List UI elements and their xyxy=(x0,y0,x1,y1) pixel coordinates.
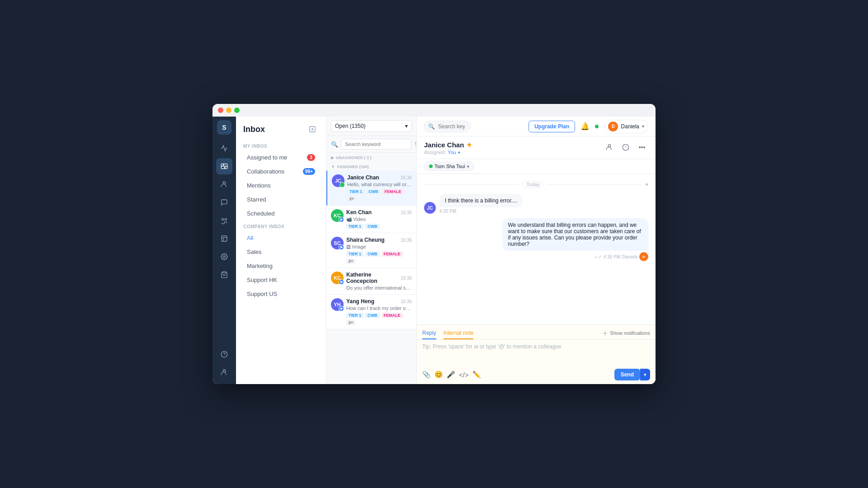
conversation-list: Open (1350) ▾ 🔍 ⇅ ☰ ▶ UNASSIGNED ( 3 ) xyxy=(326,117,417,384)
user-avatar: D xyxy=(608,122,618,131)
sidebar-item-sales[interactable]: Sales xyxy=(240,245,322,258)
conv-search-icon: 🔍 xyxy=(331,141,338,148)
sidebar-item-collaborations[interactable]: Collaborations 99+ xyxy=(240,165,322,178)
send-dropdown-button[interactable]: ▾ xyxy=(640,369,650,380)
date-chevron[interactable]: ▾ xyxy=(646,182,648,188)
conv-item-katherine[interactable]: KC ▶ Katherine Concepcion 16:36 Do you o… xyxy=(326,268,416,295)
send-button-group: Send ▾ xyxy=(614,369,650,380)
conv-search-input[interactable] xyxy=(341,139,411,150)
reply-toolbar: 📎 😊 🎤 </> ✏️ Send ▾ xyxy=(417,367,656,384)
yang-avatar: YH ▶ xyxy=(331,298,344,311)
show-notifications-button[interactable]: Show notifications xyxy=(602,330,650,336)
incoming-avatar: JC xyxy=(424,202,436,214)
sidebar-item-starred[interactable]: Starred xyxy=(240,193,322,206)
my-inbox-label: MY INBOX xyxy=(236,140,326,150)
svg-point-1 xyxy=(223,182,225,184)
more-options-icon[interactable]: ••• xyxy=(636,141,648,154)
janice-avatar: JC xyxy=(332,174,344,187)
send-button[interactable]: Send xyxy=(614,369,640,380)
maximize-dot[interactable] xyxy=(234,108,240,113)
chat-header: Janice Chan ★ Assigned: You ▾ xyxy=(417,136,656,159)
sidebar-title: Inbox xyxy=(243,125,265,134)
sender-name: Daniela xyxy=(622,254,637,259)
reports-icon[interactable] xyxy=(216,230,232,247)
conversation-items: ▶ UNASSIGNED ( 3 ) ▼ ASSIGNED (100) JC xyxy=(326,153,416,384)
rail-bottom xyxy=(216,346,232,380)
yang-channel-badge: ▶ xyxy=(339,306,344,311)
channel-tag[interactable]: Tsim Sha Tsui ▾ xyxy=(424,162,474,171)
info-icon[interactable] xyxy=(619,141,632,154)
conv-item-janice[interactable]: JC Janice Chan 16:36 Hello, what currenc… xyxy=(326,171,416,206)
icon-rail: S xyxy=(212,117,236,384)
assigned-to: You xyxy=(448,150,456,155)
contacts-icon[interactable] xyxy=(216,176,232,192)
code-icon[interactable]: </> xyxy=(459,371,469,379)
inbox-icon[interactable] xyxy=(216,158,232,174)
title-bar xyxy=(212,104,656,117)
katherine-avatar: KC ▶ xyxy=(331,272,344,284)
conv-item-ken[interactable]: KC ▶ Ken Chan 16:36 📹 Video xyxy=(326,206,416,233)
conv-item-shaira[interactable]: SC ▶ Shaira Cheung 16:36 🖼 Image xyxy=(326,233,416,268)
attachment-icon[interactable]: 📎 xyxy=(422,371,431,379)
conv-search-bar: 🔍 ⇅ ☰ xyxy=(326,136,416,153)
sidebar-item-support-us[interactable]: Support US xyxy=(240,287,322,300)
app-logo: S xyxy=(217,120,231,135)
shop-icon[interactable] xyxy=(216,267,232,283)
search-icon: 🔍 xyxy=(428,123,435,130)
sidebar-item-assigned[interactable]: Assigned to me 3 xyxy=(240,151,322,164)
shaira-channel-badge: ▶ xyxy=(339,244,344,250)
assigned-group-header[interactable]: ▼ ASSIGNED (100) xyxy=(326,162,416,171)
sidebar-item-scheduled[interactable]: Scheduled xyxy=(240,207,322,220)
contact-name: Janice Chan xyxy=(424,141,464,149)
contact-info-icon[interactable] xyxy=(603,141,616,154)
minimize-dot[interactable] xyxy=(226,108,231,113)
app-body: S xyxy=(212,117,656,384)
ken-avatar: KC ▶ xyxy=(331,209,344,222)
channel-bar: Tsim Sha Tsui ▾ xyxy=(417,159,656,174)
sidebar-item-mentions[interactable]: Mentions xyxy=(240,179,322,192)
notifications-icon[interactable]: 🔔 xyxy=(580,122,590,131)
svg-point-19 xyxy=(605,333,606,333)
reply-tab[interactable]: Reply xyxy=(422,328,436,339)
sidebar-item-marketing[interactable]: Marketing xyxy=(240,259,322,272)
settings-icon[interactable] xyxy=(216,249,232,265)
emoji-icon[interactable]: 😊 xyxy=(434,371,443,379)
svg-point-7 xyxy=(223,256,225,258)
user-profile-icon[interactable] xyxy=(216,364,232,380)
star-icon[interactable]: ★ xyxy=(467,141,472,148)
app-window: S xyxy=(212,104,656,384)
chat-area: 🔍 Upgrade Plan 🔔 D Daniela ▾ Janice Chan xyxy=(417,117,656,384)
unassigned-group-header[interactable]: ▶ UNASSIGNED ( 3 ) xyxy=(326,153,416,162)
global-search: 🔍 xyxy=(424,121,471,132)
janice-online-badge xyxy=(340,182,345,188)
shaira-avatar: SC ▶ xyxy=(331,237,344,249)
online-status-dot xyxy=(595,125,599,128)
help-icon[interactable] xyxy=(216,346,232,362)
user-menu[interactable]: D Daniela ▾ xyxy=(604,120,648,133)
chat-icon[interactable] xyxy=(216,194,232,211)
audio-icon[interactable]: 🎤 xyxy=(447,371,455,379)
messages-area: Today ▾ JC I think there is a billing er… xyxy=(417,174,656,324)
upgrade-plan-button[interactable]: Upgrade Plan xyxy=(528,121,575,132)
team-icon[interactable] xyxy=(216,212,232,229)
activity-icon[interactable] xyxy=(216,140,232,156)
reply-input[interactable]: Tip: Press 'space' for ai or type '@' to… xyxy=(417,340,656,367)
conv-item-yang[interactable]: YH ▶ Yang Heng 16:36 How can I track my … xyxy=(326,295,416,329)
company-inbox-label: COMPANY INBOX xyxy=(236,221,326,231)
svg-point-11 xyxy=(223,370,225,372)
open-filter-select[interactable]: Open (1350) ▾ xyxy=(331,120,412,132)
date-divider: Today ▾ xyxy=(424,181,648,188)
compose-icon[interactable] xyxy=(306,123,319,136)
svg-point-2 xyxy=(225,218,226,220)
sidebar-item-support-hk[interactable]: Support HK xyxy=(240,273,322,286)
message-outgoing-1: We understand that billing errors can ha… xyxy=(503,218,648,261)
svg-rect-4 xyxy=(222,236,227,241)
chat-header-actions: ••• xyxy=(603,141,648,154)
signature-icon[interactable]: ✏️ xyxy=(472,371,481,379)
sidebar-header: Inbox xyxy=(236,117,326,140)
sidebar-item-all[interactable]: All xyxy=(240,231,322,244)
sender-avatar: D xyxy=(639,252,648,261)
internal-note-tab[interactable]: Internal note xyxy=(443,328,474,339)
svg-point-15 xyxy=(608,145,610,147)
close-dot[interactable] xyxy=(218,108,223,113)
